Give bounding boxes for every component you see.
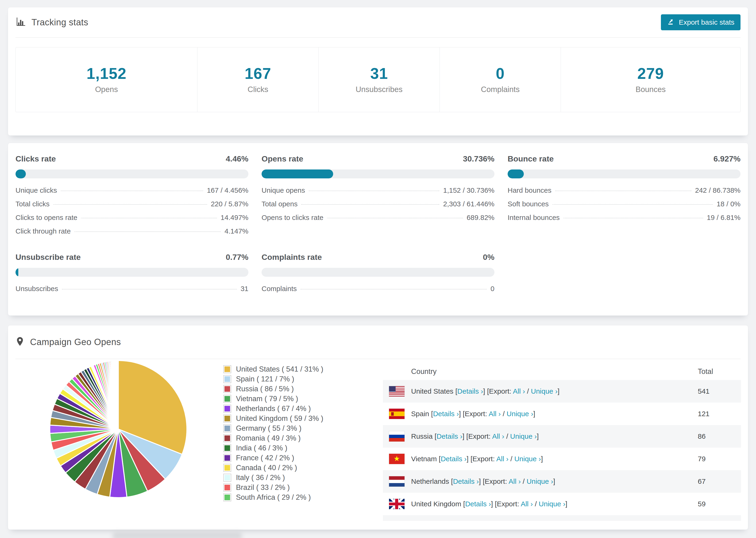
legend-item[interactable]: South Africa ( 29 / 2% ) bbox=[223, 493, 323, 502]
pie-slice[interactable] bbox=[118, 360, 118, 429]
dotted-leader bbox=[553, 204, 713, 205]
legend-item[interactable]: Netherlands ( 67 / 4% ) bbox=[223, 404, 323, 413]
total-cell: 59 bbox=[691, 493, 741, 515]
legend-label: Romania ( 49 / 3% ) bbox=[236, 434, 301, 443]
geo-opens-pie-chart[interactable] bbox=[48, 359, 189, 500]
rate-stat-row: Complaints0 bbox=[261, 285, 495, 298]
dotted-leader bbox=[61, 190, 203, 191]
stat-value: 0 bbox=[496, 66, 505, 81]
stat-value: 279 bbox=[637, 66, 664, 81]
rate-value: 4.46% bbox=[226, 154, 248, 163]
country-cell: United States [Details ›] [Export: All ›… bbox=[411, 380, 691, 403]
flag-column-header bbox=[383, 363, 411, 380]
stat-value: 31 bbox=[370, 66, 388, 81]
export-all-link[interactable]: All › bbox=[513, 387, 525, 395]
details-link[interactable]: Details › bbox=[465, 500, 491, 508]
legend-item[interactable]: Russia ( 86 / 5% ) bbox=[223, 384, 323, 394]
details-link[interactable]: Details › bbox=[458, 387, 483, 395]
summary-stat-clicks: 167Clicks bbox=[197, 47, 319, 112]
legend-item[interactable]: United States ( 541 / 31% ) bbox=[223, 364, 323, 374]
rate-stat-value: 220 / 5.87% bbox=[211, 200, 248, 208]
rate-stat-value: 1,152 / 30.736% bbox=[443, 187, 495, 194]
rate-stat-label: Total clicks bbox=[16, 200, 50, 208]
legend-color-chip bbox=[223, 365, 231, 373]
rate-progress-bar bbox=[261, 268, 495, 277]
export-all-link[interactable]: All › bbox=[489, 410, 501, 418]
country-column-header: Country bbox=[411, 363, 691, 380]
legend-item[interactable]: Germany ( 55 / 3% ) bbox=[223, 423, 323, 433]
rate-stat-row: Clicks to opens rate14.497% bbox=[16, 214, 248, 227]
flag-cell bbox=[383, 493, 411, 515]
export-unique-link[interactable]: Unique › bbox=[539, 500, 566, 508]
total-column-header: Total bbox=[691, 363, 741, 380]
export-all-link[interactable]: All › bbox=[521, 500, 533, 508]
tracking-stats-header: Tracking stats Export basic stats bbox=[16, 7, 740, 38]
total-cell: 55 bbox=[691, 515, 741, 521]
dotted-leader bbox=[300, 289, 487, 290]
nl-flag-icon bbox=[389, 476, 405, 487]
tracking-stats-card: Tracking stats Export basic stats 1,152O… bbox=[8, 7, 748, 136]
legend-item[interactable]: Brazil ( 33 / 2% ) bbox=[223, 483, 323, 493]
stat-label: Clicks bbox=[248, 85, 268, 94]
stat-label: Bounces bbox=[635, 85, 666, 94]
details-link[interactable]: Details › bbox=[436, 432, 462, 440]
legend-label: Vietnam ( 79 / 5% ) bbox=[236, 395, 298, 403]
legend-item[interactable]: Romania ( 49 / 3% ) bbox=[223, 433, 323, 443]
legend-color-chip bbox=[223, 375, 231, 383]
details-link[interactable]: Details › bbox=[453, 477, 479, 485]
bounce-rate-block: Bounce rate6.927%Hard bounces242 / 86.73… bbox=[508, 154, 740, 241]
rate-title: Clicks rate bbox=[16, 154, 56, 163]
rate-stat-row: Total opens2,303 / 61.446% bbox=[261, 200, 495, 214]
geo-title: Campaign Geo Opens bbox=[30, 337, 121, 347]
export-unique-link[interactable]: Unique › bbox=[514, 455, 541, 463]
rate-stat-row: Hard bounces242 / 86.738% bbox=[508, 187, 740, 200]
export-unique-link[interactable]: Unique › bbox=[507, 410, 533, 418]
legend-item[interactable]: Spain ( 121 / 7% ) bbox=[223, 374, 323, 384]
details-link[interactable]: Details › bbox=[441, 455, 466, 463]
export-all-link[interactable]: All › bbox=[496, 455, 509, 463]
flag-cell bbox=[383, 380, 411, 403]
rate-stat-label: Unique clicks bbox=[16, 187, 57, 194]
dotted-leader bbox=[564, 218, 703, 218]
rate-stat-row: Unsubscribes31 bbox=[16, 285, 248, 298]
total-cell: 541 bbox=[691, 380, 741, 403]
rate-head: Clicks rate4.46% bbox=[16, 154, 248, 163]
flag-cell bbox=[383, 470, 411, 493]
legend-color-chip bbox=[223, 405, 231, 413]
export-all-link[interactable]: All › bbox=[509, 477, 521, 485]
legend-label: Netherlands ( 67 / 4% ) bbox=[236, 404, 311, 413]
dotted-leader bbox=[301, 204, 439, 205]
export-unique-link[interactable]: Unique › bbox=[531, 387, 557, 395]
dotted-leader bbox=[81, 218, 217, 218]
export-basic-stats-button[interactable]: Export basic stats bbox=[661, 14, 740, 30]
rate-stat-row: Unique opens1,152 / 30.736% bbox=[261, 187, 495, 200]
es-flag-icon bbox=[389, 409, 405, 419]
rate-head: Complaints rate0% bbox=[261, 252, 495, 262]
rate-stat-label: Click through rate bbox=[16, 227, 71, 235]
legend-color-chip bbox=[223, 385, 231, 393]
rate-stat-row: Soft bounces18 / 0% bbox=[508, 200, 740, 214]
stat-label: Complaints bbox=[481, 85, 519, 94]
total-cell: 86 bbox=[691, 425, 741, 448]
export-all-link[interactable]: All › bbox=[492, 432, 504, 440]
legend-item[interactable]: India ( 46 / 3% ) bbox=[223, 443, 323, 453]
export-unique-link[interactable]: Unique › bbox=[527, 477, 553, 485]
summary-stats-strip: 1,152Opens167Clicks31Unsubscribes0Compla… bbox=[16, 47, 740, 112]
legend-item[interactable]: France ( 42 / 2% ) bbox=[223, 453, 323, 463]
map-pin-icon bbox=[16, 337, 25, 348]
legend-item[interactable]: Italy ( 36 / 2% ) bbox=[223, 473, 323, 483]
rate-progress-fill bbox=[508, 170, 524, 178]
dotted-leader bbox=[62, 289, 237, 290]
rate-head: Bounce rate6.927% bbox=[508, 154, 740, 163]
details-link[interactable]: Details › bbox=[433, 410, 459, 418]
dotted-leader bbox=[327, 218, 463, 218]
legend-item[interactable]: United Kingdom ( 59 / 3% ) bbox=[223, 413, 323, 423]
geo-opens-table: Country Total United States [Details ›] … bbox=[383, 363, 741, 521]
rate-title: Unsubscribe rate bbox=[16, 252, 81, 262]
legend-item[interactable]: Canada ( 40 / 2% ) bbox=[223, 463, 323, 473]
legend-item[interactable]: Vietnam ( 79 / 5% ) bbox=[223, 394, 323, 404]
us-flag-icon bbox=[389, 386, 405, 397]
export-unique-link[interactable]: Unique › bbox=[510, 432, 537, 440]
geo-table-header-row: Country Total bbox=[383, 363, 741, 380]
geo-table-row: Russia [Details ›] [Export: All › / Uniq… bbox=[383, 425, 741, 448]
